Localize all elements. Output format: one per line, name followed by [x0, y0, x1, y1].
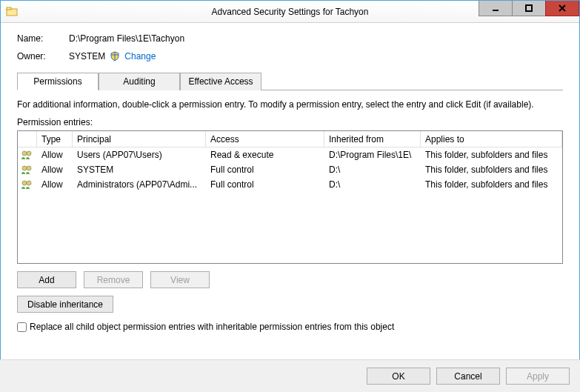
list-header: Type Principal Access Inherited from App… [18, 131, 562, 147]
svg-rect-1 [7, 7, 11, 10]
remove-button: Remove [84, 271, 143, 288]
cell-access: Full control [206, 178, 324, 191]
cancel-button[interactable]: Cancel [436, 368, 500, 385]
replace-children-label: Replace all child object permission entr… [30, 322, 394, 332]
shield-icon [110, 51, 120, 62]
cell-inherited: D:\ [324, 163, 421, 176]
dialog-footer: OK Cancel Apply [0, 359, 580, 392]
group-icon [18, 150, 37, 160]
col-access[interactable]: Access [206, 131, 324, 147]
cell-principal: SYSTEM [73, 163, 206, 176]
view-button: View [150, 271, 210, 288]
titlebar: Advanced Security Settings for Tachyon [1, 1, 579, 23]
tab-permissions[interactable]: Permissions [17, 73, 99, 90]
entries-heading: Permission entries: [17, 117, 563, 127]
svg-point-11 [27, 181, 31, 185]
change-owner-link[interactable]: Change [124, 51, 156, 62]
cell-type: Allow [37, 178, 73, 191]
owner-value: SYSTEM [69, 51, 105, 62]
replace-children-checkbox[interactable] [17, 322, 27, 332]
permission-entries-list[interactable]: Type Principal Access Inherited from App… [17, 130, 563, 264]
owner-row: Owner: SYSTEM Change [17, 51, 563, 62]
add-button[interactable]: Add [17, 271, 76, 288]
tab-auditing[interactable]: Auditing [99, 73, 180, 90]
apply-button: Apply [506, 368, 570, 385]
col-icon[interactable] [18, 131, 37, 147]
cell-inherited: D:\ [324, 178, 421, 191]
name-label: Name: [17, 33, 69, 44]
group-icon [18, 179, 37, 190]
cell-applies: This folder, subfolders and files [421, 148, 562, 162]
table-row[interactable]: AllowUsers (APP07\Users)Read & executeD:… [18, 147, 562, 162]
tab-strip: Permissions Auditing Effective Access [17, 72, 563, 90]
name-row: Name: D:\Program Files\1E\Tachyon [17, 33, 563, 44]
svg-point-7 [27, 151, 31, 156]
folder-icon [1, 6, 23, 18]
cell-access: Read & execute [206, 148, 324, 162]
svg-point-8 [22, 166, 27, 170]
window-controls [479, 1, 579, 22]
table-row[interactable]: AllowSYSTEMFull controlD:\This folder, s… [18, 162, 562, 177]
svg-point-9 [27, 166, 31, 170]
permissions-panel: For additional information, double-click… [17, 90, 563, 332]
cell-access: Full control [206, 163, 324, 176]
svg-point-10 [22, 181, 27, 185]
owner-label: Owner: [17, 51, 69, 62]
name-value: D:\Program Files\1E\Tachyon [69, 33, 184, 44]
col-applies[interactable]: Applies to [421, 131, 562, 147]
panel-description: For additional information, double-click… [17, 99, 563, 110]
minimize-button[interactable] [479, 1, 513, 16]
group-icon [18, 165, 37, 175]
col-type[interactable]: Type [37, 131, 73, 147]
cell-inherited: D:\Program Files\1E\ [324, 148, 421, 162]
ok-button[interactable]: OK [367, 368, 430, 385]
tab-effective-access[interactable]: Effective Access [180, 73, 261, 90]
cell-principal: Users (APP07\Users) [73, 148, 206, 162]
cell-type: Allow [37, 148, 73, 162]
table-row[interactable]: AllowAdministrators (APP07\Admi...Full c… [18, 177, 562, 192]
cell-principal: Administrators (APP07\Admi... [73, 178, 206, 191]
svg-point-6 [22, 151, 27, 156]
close-button[interactable] [545, 1, 579, 16]
cell-applies: This folder, subfolders and files [421, 163, 562, 176]
cell-type: Allow [37, 163, 73, 176]
cell-applies: This folder, subfolders and files [421, 178, 562, 191]
disable-inheritance-button[interactable]: Disable inheritance [17, 296, 113, 313]
maximize-button[interactable] [512, 1, 546, 16]
col-inherited[interactable]: Inherited from [324, 131, 421, 147]
svg-rect-3 [526, 5, 532, 11]
col-principal[interactable]: Principal [73, 131, 206, 147]
